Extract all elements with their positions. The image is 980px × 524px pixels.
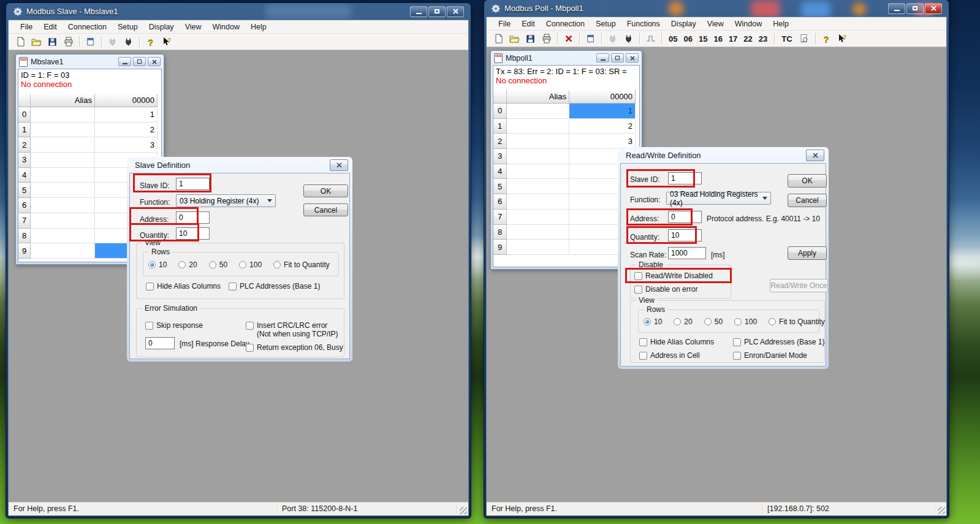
radio-option[interactable]: Fit to Quantity — [273, 260, 330, 269]
connect-button[interactable] — [621, 32, 636, 45]
disconnect-button[interactable] — [606, 32, 620, 45]
restore-button[interactable] — [611, 53, 624, 63]
radio-option[interactable]: 10 — [644, 317, 662, 326]
table-cell[interactable]: 2 — [95, 123, 158, 138]
radio-option[interactable]: Fit to Quantity — [769, 317, 825, 326]
help-button[interactable]: ? — [819, 32, 834, 45]
table-cell[interactable] — [507, 149, 569, 164]
display-setup-button[interactable] — [583, 32, 598, 45]
menu-item[interactable]: Setup — [590, 20, 621, 28]
function-dropdown[interactable]: 03 Holding Register (4x) — [176, 194, 276, 207]
document-title-bar[interactable]: DOC Mbslave1 — [18, 55, 162, 69]
read-write-disabled-checkbox[interactable]: Read/Write Disabled — [634, 271, 713, 280]
function-code-button[interactable]: 06 — [680, 34, 695, 44]
title-bar[interactable]: Modbus Poll - Mbpoll1 — [486, 0, 947, 17]
menu-item[interactable]: Display — [666, 20, 702, 28]
display-setup-button[interactable] — [83, 36, 97, 48]
menu-item[interactable]: Functions — [621, 20, 666, 28]
table-cell[interactable] — [507, 225, 569, 240]
menu-item[interactable]: View — [702, 20, 729, 28]
apply-button[interactable]: Apply — [788, 246, 827, 260]
cancel-poll-button[interactable] — [561, 32, 575, 45]
table-cell[interactable]: 3 — [95, 137, 158, 153]
function-code-button[interactable]: 23 — [756, 34, 770, 44]
table-cell[interactable] — [31, 107, 95, 123]
close-button[interactable] — [925, 3, 942, 14]
address-input[interactable]: 0 — [176, 211, 210, 224]
table-cell[interactable] — [31, 183, 95, 198]
response-delay-input[interactable]: 0 — [145, 337, 175, 349]
table-cell[interactable] — [507, 210, 569, 225]
minimize-button[interactable] — [888, 3, 905, 14]
hide-alias-checkbox[interactable]: Hide Alias Columns — [146, 282, 221, 290]
crc-error-checkbox[interactable]: Insert CRC/LRC error — [246, 321, 327, 330]
table-cell[interactable]: 1 — [95, 107, 158, 123]
menu-item[interactable]: View — [180, 23, 207, 31]
address-in-cell-checkbox[interactable]: Address in Cell — [639, 351, 700, 360]
table-cell[interactable] — [31, 168, 95, 183]
close-button[interactable] — [626, 53, 639, 63]
table-cell[interactable] — [31, 153, 95, 168]
skip-response-checkbox[interactable]: Skip response — [145, 321, 203, 330]
menu-item[interactable]: Setup — [112, 23, 143, 31]
plc-addresses-checkbox[interactable]: PLC Addresses (Base 1) — [229, 282, 320, 290]
menu-item[interactable]: File — [493, 20, 516, 28]
table-cell[interactable] — [507, 119, 569, 134]
radio-option[interactable]: 50 — [209, 260, 227, 269]
read-write-once-button[interactable]: Read/Write Once — [770, 279, 828, 292]
table-cell[interactable] — [507, 164, 569, 180]
function-code-button[interactable]: 15 — [696, 34, 710, 44]
maximize-button[interactable] — [906, 3, 924, 14]
resize-grip[interactable] — [938, 507, 945, 514]
dialog-close-button[interactable] — [806, 150, 824, 161]
menu-item[interactable]: Window — [729, 20, 767, 28]
table-cell[interactable] — [507, 194, 569, 210]
function-code-button[interactable]: 22 — [740, 34, 755, 44]
cancel-button[interactable]: Cancel — [303, 203, 348, 216]
address-input[interactable]: 0 — [668, 211, 702, 223]
radio-option[interactable]: 20 — [674, 317, 692, 326]
return-exception-checkbox[interactable]: Return exception 06, Busy — [246, 343, 343, 352]
quantity-input[interactable]: 10 — [176, 227, 210, 240]
menu-item[interactable]: Help — [245, 23, 272, 31]
radio-option[interactable]: 20 — [178, 260, 197, 269]
radio-option[interactable]: 50 — [704, 317, 723, 326]
dialog-close-button[interactable] — [330, 159, 348, 171]
context-help-button[interactable]: ? — [835, 32, 849, 45]
new-file-button[interactable] — [492, 32, 506, 45]
menu-item[interactable]: File — [15, 23, 38, 31]
print-button[interactable] — [539, 32, 553, 45]
function-code-button[interactable]: 16 — [710, 34, 725, 44]
context-help-button[interactable]: ? — [159, 36, 173, 48]
radio-option[interactable]: 100 — [239, 260, 262, 269]
scan-rate-input[interactable]: 1000 — [668, 247, 706, 259]
close-button[interactable] — [447, 6, 464, 17]
function-dropdown[interactable]: 03 Read Holding Registers (4x) — [666, 192, 771, 205]
table-cell[interactable] — [507, 104, 569, 119]
quantity-input[interactable]: 10 — [668, 229, 702, 241]
new-file-button[interactable] — [13, 36, 28, 48]
single-poll-button[interactable] — [644, 32, 658, 45]
menu-item[interactable]: Connection — [541, 20, 590, 28]
plc-addresses-checkbox[interactable]: PLC Addresses (Base 1) — [733, 338, 824, 346]
slave-id-input[interactable]: 1 — [176, 178, 210, 190]
disconnect-button[interactable] — [105, 36, 120, 48]
test-center-button[interactable]: TC — [778, 34, 795, 44]
enron-daniel-checkbox[interactable]: Enron/Daniel Mode — [733, 351, 807, 360]
cancel-button[interactable]: Cancel — [788, 194, 827, 207]
restore-button[interactable] — [133, 57, 146, 66]
function-code-button[interactable]: 17 — [726, 34, 740, 44]
help-button[interactable]: ? — [143, 36, 158, 48]
menu-item[interactable]: Connection — [63, 23, 112, 31]
table-cell[interactable] — [31, 243, 95, 259]
communication-traffic-button[interactable] — [797, 32, 811, 45]
open-file-button[interactable] — [507, 32, 522, 45]
ok-button[interactable]: OK — [788, 174, 827, 188]
menu-item[interactable]: Help — [767, 20, 794, 28]
menu-item[interactable]: Edit — [38, 23, 63, 31]
document-title-bar[interactable]: DOC Mbpoll1 — [493, 51, 640, 65]
minimize-button[interactable] — [118, 57, 131, 66]
radio-option[interactable]: 10 — [148, 260, 167, 269]
close-button[interactable] — [148, 57, 161, 66]
table-cell[interactable] — [507, 179, 569, 194]
